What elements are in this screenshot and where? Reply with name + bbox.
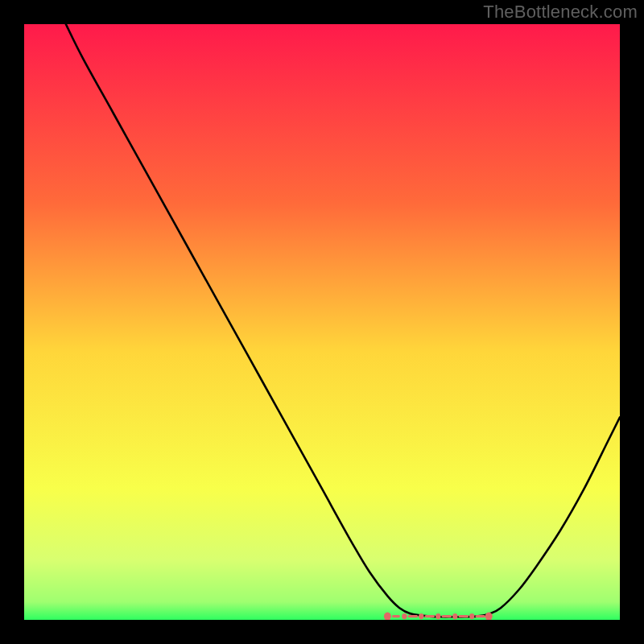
optimal-marker-dash — [392, 615, 400, 617]
optimal-marker-dash — [459, 615, 469, 617]
optimal-marker-dot — [436, 613, 440, 619]
optimal-marker-dash — [425, 615, 436, 617]
optimal-marker-dot — [452, 613, 457, 619]
chart-svg — [24, 24, 620, 620]
optimal-marker-dash — [442, 615, 452, 617]
optimal-marker-dash — [408, 615, 419, 617]
optimal-marker-dot — [419, 613, 423, 619]
plot-area — [24, 24, 620, 620]
chart-container: TheBottleneck.com — [0, 0, 644, 644]
optimal-marker-dot — [469, 613, 474, 619]
optimal-marker-dot — [402, 613, 407, 619]
watermark-text: TheBottleneck.com — [483, 2, 638, 23]
optimal-marker-dash — [475, 615, 485, 617]
